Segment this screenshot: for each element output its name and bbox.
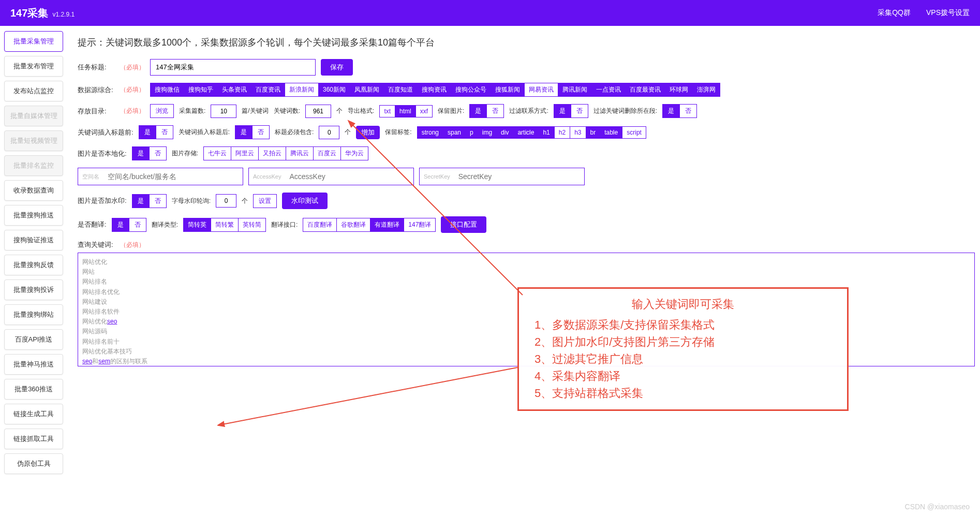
source-tag[interactable]: 新浪新闻	[285, 83, 319, 97]
translate-toggle[interactable]: 是 否	[112, 218, 146, 232]
translate-type-tag[interactable]: 简转英	[183, 218, 211, 232]
collect-count-input[interactable]	[211, 105, 236, 118]
no-option[interactable]: 否	[150, 146, 167, 160]
translate-api-tag[interactable]: 谷歌翻译	[337, 218, 370, 232]
yes-option[interactable]: 是	[554, 104, 571, 118]
source-tag[interactable]: 澎湃网	[693, 83, 720, 97]
yes-option[interactable]: 是	[139, 125, 156, 139]
yes-option[interactable]: 是	[112, 218, 129, 232]
source-tag[interactable]: 百度资讯	[251, 83, 285, 97]
no-option[interactable]: 否	[680, 104, 697, 118]
insert-after-toggle[interactable]: 是 否	[235, 125, 270, 139]
source-tag[interactable]: 头条资讯	[218, 83, 251, 97]
api-config-button[interactable]: 接口配置	[441, 216, 486, 233]
img-local-toggle[interactable]: 是 否	[132, 146, 167, 160]
keep-tag[interactable]: br	[586, 126, 601, 139]
wm-set-button[interactable]: 设置	[253, 194, 277, 208]
must-contain-input[interactable]	[319, 126, 339, 139]
sidebar-item[interactable]: 批量采集管理	[4, 31, 63, 52]
sidebar-item[interactable]: 批量搜狗反馈	[4, 255, 63, 275]
sidebar-item[interactable]: 批量神马推送	[4, 354, 63, 375]
no-option[interactable]: 否	[150, 194, 167, 208]
keep-tag[interactable]: div	[497, 126, 513, 139]
ak-input[interactable]	[285, 172, 413, 181]
wm-test-button[interactable]: 水印测试	[282, 193, 328, 209]
export-tag[interactable]: txt	[379, 105, 395, 117]
no-option[interactable]: 否	[253, 125, 270, 139]
store-tag[interactable]: 百度云	[314, 146, 341, 160]
no-option[interactable]: 否	[571, 104, 588, 118]
source-tag[interactable]: 搜狗知乎	[184, 83, 218, 97]
sidebar-item[interactable]: 批量搜狗推送	[4, 205, 63, 226]
filter-contact-toggle[interactable]: 是 否	[554, 104, 588, 118]
translate-type-tag[interactable]: 英转简	[239, 218, 266, 232]
source-tag[interactable]: 腾讯新闻	[558, 83, 592, 97]
store-tag[interactable]: 阿里云	[231, 146, 259, 160]
sidebar-item[interactable]: 批量搜狗投诉	[4, 279, 63, 300]
store-tag[interactable]: 又拍云	[259, 146, 286, 160]
source-tag[interactable]: 搜狐新闻	[491, 83, 525, 97]
watermark-toggle[interactable]: 是 否	[132, 194, 167, 208]
translate-type-tag[interactable]: 简转繁	[211, 218, 239, 232]
sidebar-item[interactable]: 发布站点监控	[4, 81, 63, 101]
sidebar-item[interactable]: 百度API推送	[4, 329, 63, 350]
header-link-qq[interactable]: 采集QQ群	[878, 8, 911, 18]
yes-option[interactable]: 是	[235, 125, 253, 139]
store-tag[interactable]: 七牛云	[203, 146, 231, 160]
no-option[interactable]: 否	[129, 218, 146, 232]
keep-tag[interactable]: img	[478, 126, 497, 139]
sidebar-item[interactable]: 批量搜狗绑站	[4, 304, 63, 325]
keep-tag[interactable]: h2	[555, 126, 570, 139]
source-tag[interactable]: 搜狗公众号	[451, 83, 491, 97]
browse-button[interactable]: 浏览	[150, 104, 174, 118]
source-tag[interactable]: 网易资讯	[525, 83, 558, 97]
yes-option[interactable]: 是	[662, 104, 680, 118]
keep-tag[interactable]: article	[513, 126, 539, 139]
source-tag[interactable]: 360新闻	[319, 83, 350, 97]
source-tag[interactable]: 搜狗资讯	[418, 83, 451, 97]
store-tag[interactable]: 腾讯云	[286, 146, 314, 160]
source-tag[interactable]: 凤凰新闻	[350, 83, 384, 97]
task-title-input[interactable]	[150, 59, 316, 76]
export-tag[interactable]: html	[395, 105, 416, 117]
no-option[interactable]: 否	[487, 104, 504, 118]
yes-option[interactable]: 是	[132, 194, 150, 208]
yes-option[interactable]: 是	[469, 104, 487, 118]
header-link-vps[interactable]: VPS拨号设置	[926, 8, 970, 18]
keyword-count-input[interactable]	[305, 105, 331, 118]
source-tag[interactable]: 环球网	[665, 83, 693, 97]
sidebar-item[interactable]: 链接生成工具	[4, 404, 63, 424]
source-tag[interactable]: 百度知道	[384, 83, 418, 97]
source-tag[interactable]: 搜狗微信	[150, 83, 184, 97]
keep-tag[interactable]: h1	[539, 126, 554, 139]
keep-img-toggle[interactable]: 是 否	[469, 104, 504, 118]
source-tag[interactable]: 一点资讯	[592, 83, 626, 97]
yes-option[interactable]: 是	[132, 146, 150, 160]
sidebar-item[interactable]: 伪原创工具	[4, 453, 63, 474]
space-input[interactable]	[103, 172, 243, 181]
keep-tag[interactable]: table	[600, 126, 622, 139]
sidebar-item[interactable]: 批量360推送	[4, 379, 63, 400]
translate-api-tag[interactable]: 有道翻译	[370, 218, 404, 232]
no-option[interactable]: 否	[156, 125, 173, 139]
export-tag[interactable]: xxf	[416, 105, 433, 117]
sidebar-item[interactable]: 收录数据查询	[4, 180, 63, 201]
sidebar-item[interactable]: 链接抓取工具	[4, 429, 63, 449]
keep-tag[interactable]: script	[622, 126, 646, 139]
filter-kw-toggle[interactable]: 是 否	[662, 104, 697, 118]
sidebar-item[interactable]: 批量发布管理	[4, 56, 63, 77]
sidebar-item[interactable]: 搜狗验证推送	[4, 230, 63, 250]
insert-before-toggle[interactable]: 是 否	[139, 125, 173, 139]
keep-tag[interactable]: h3	[570, 126, 586, 139]
keep-tag[interactable]: p	[466, 126, 478, 139]
translate-api-tag[interactable]: 147翻译	[404, 218, 436, 232]
rotate-input[interactable]	[216, 194, 236, 208]
source-tag[interactable]: 百度最资讯	[626, 83, 665, 97]
keep-tag[interactable]: span	[443, 126, 466, 139]
add-button[interactable]: 增加	[356, 126, 380, 139]
store-tag[interactable]: 华为云	[341, 146, 368, 160]
translate-api-tag[interactable]: 百度翻译	[303, 218, 337, 232]
keep-tag[interactable]: strong	[417, 126, 443, 139]
save-button[interactable]: 保存	[321, 59, 353, 76]
sk-input[interactable]	[454, 172, 584, 181]
